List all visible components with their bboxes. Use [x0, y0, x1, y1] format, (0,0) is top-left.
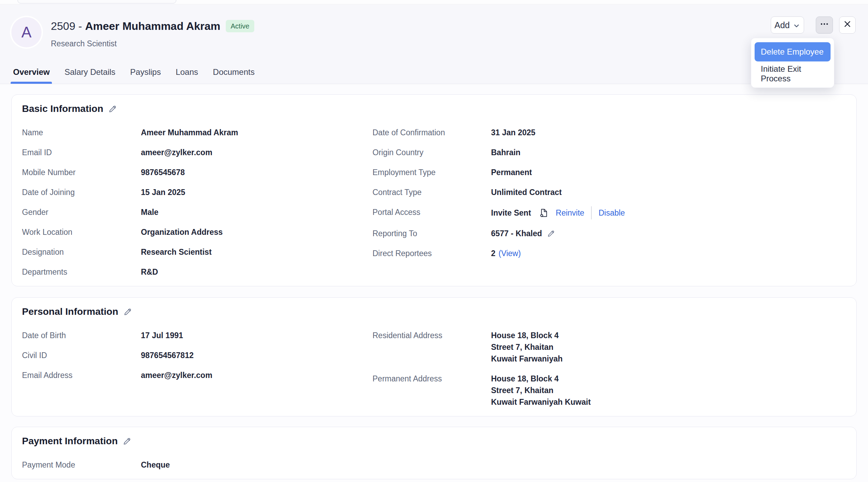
tab-bar: Overview Salary Details Payslips Loans D… — [0, 64, 868, 84]
avatar-letter: A — [21, 24, 31, 41]
portal-access-value: Invite Sent Reinvite Disable — [491, 206, 625, 219]
basic-information-title-row: Basic Information — [22, 103, 846, 115]
info-row-work-location: Work Location Organization Address — [22, 226, 372, 238]
overview-content: Basic Information Name Ameer Muhammad Ak… — [0, 84, 868, 482]
field-value: 987654567812 — [141, 349, 194, 361]
close-icon — [843, 20, 852, 31]
field-value: Cheque — [141, 459, 170, 471]
field-value: 9876545678 — [141, 167, 185, 178]
edit-basic-information-icon[interactable] — [108, 104, 117, 114]
info-row-date-of-confirmation: Date of Confirmation 31 Jan 2025 — [372, 127, 846, 138]
direct-reportees-value: 2(View) — [491, 248, 521, 260]
info-row-payment-mode: Payment Mode Cheque — [22, 459, 372, 471]
disable-link[interactable]: Disable — [599, 207, 625, 219]
tab-overview[interactable]: Overview — [13, 64, 50, 84]
info-row-portal-access: Portal Access Invite Sent Reinvite Disab… — [372, 206, 846, 219]
info-row-permanent-address: Permanent Address House 18, Block 4 Stre… — [372, 373, 846, 408]
info-row-name: Name Ameer Muhammad Akram — [22, 127, 372, 138]
info-row-direct-reportees: Direct Reportees 2(View) — [372, 248, 846, 260]
employee-title-row: 2509 - Ameer Muhammad Akram Active — [51, 19, 254, 33]
tab-loans[interactable]: Loans — [176, 64, 198, 84]
personal-information-title: Personal Information — [22, 306, 118, 318]
edit-payment-information-icon[interactable] — [122, 437, 132, 446]
edit-reporting-to-icon[interactable] — [547, 229, 555, 238]
field-label: Email ID — [22, 147, 141, 158]
menu-item-delete-employee[interactable]: Delete Employee — [755, 42, 831, 61]
add-button[interactable]: Add — [771, 16, 804, 34]
personal-information-title-row: Personal Information — [22, 306, 846, 318]
field-label: Payment Mode — [22, 459, 141, 471]
more-actions-menu: Delete Employee Initiate Exit Process — [751, 38, 834, 88]
info-row-date-of-birth: Date of Birth 17 Jul 1991 — [22, 330, 372, 341]
field-label: Residential Address — [372, 330, 491, 341]
payment-information-title: Payment Information — [22, 435, 118, 447]
personal-info-right-column: Residential Address House 18, Block 4 St… — [372, 330, 846, 408]
background-searchbox-remnant — [18, 0, 176, 3]
invite-sent-icon — [538, 208, 549, 218]
field-label: Civil ID — [22, 349, 141, 361]
field-value: Research Scientist — [141, 246, 212, 258]
close-button[interactable] — [839, 16, 856, 34]
avatar: A — [11, 17, 42, 47]
info-row-designation: Designation Research Scientist — [22, 246, 372, 258]
personal-information-body: Date of Birth 17 Jul 1991 Civil ID 98765… — [22, 330, 846, 408]
field-label: Portal Access — [372, 206, 491, 218]
field-label: Departments — [22, 266, 141, 278]
payment-information-title-row: Payment Information — [22, 435, 846, 447]
reinvite-link[interactable]: Reinvite — [556, 207, 584, 219]
payment-information-card: Payment Information Payment Mode Cheque — [11, 427, 857, 479]
basic-info-right-column: Date of Confirmation 31 Jan 2025 Origin … — [372, 127, 846, 278]
more-actions-button[interactable] — [816, 16, 833, 34]
field-value: ameer@zylker.com — [141, 147, 212, 158]
field-value: House 18, Block 4 Street 7, Khaitan Kuwa… — [491, 373, 591, 408]
ellipsis-icon — [820, 19, 829, 31]
tab-documents[interactable]: Documents — [213, 64, 255, 84]
info-row-email-address: Email Address ameer@zylker.com — [22, 369, 372, 381]
field-label: Gender — [22, 206, 141, 218]
field-label: Designation — [22, 246, 141, 258]
employee-id: 2509 - — [51, 20, 85, 32]
field-value: Organization Address — [141, 226, 223, 238]
info-row-mobile-number: Mobile Number 9876545678 — [22, 167, 372, 178]
edit-personal-information-icon[interactable] — [123, 307, 132, 317]
field-label: Employment Type — [372, 167, 491, 178]
underlying-page-strip — [0, 0, 868, 4]
info-row-reporting-to: Reporting To 6577 - Khaled — [372, 228, 846, 239]
tab-salary-details[interactable]: Salary Details — [65, 64, 115, 84]
field-value: Unlimited Contract — [491, 186, 562, 198]
field-value: 15 Jan 2025 — [141, 186, 185, 198]
link-divider — [591, 206, 592, 219]
payment-info-left-column: Payment Mode Cheque — [22, 459, 372, 471]
employee-name: Ameer Muhammad Akram — [85, 20, 221, 32]
field-value: House 18, Block 4 Street 7, Khaitan Kuwa… — [491, 330, 563, 365]
chevron-down-icon — [793, 22, 800, 30]
info-row-departments: Departments R&D — [22, 266, 372, 278]
add-button-label: Add — [775, 20, 790, 30]
field-value: 31 Jan 2025 — [491, 127, 535, 138]
status-badge: Active — [226, 20, 254, 32]
basic-information-body: Name Ameer Muhammad Akram Email ID ameer… — [22, 127, 846, 278]
field-value: 6577 - Khaled — [491, 228, 542, 239]
tab-payslips[interactable]: Payslips — [130, 64, 161, 84]
portal-access-status: Invite Sent — [491, 207, 531, 219]
field-label: Contract Type — [372, 186, 491, 198]
info-row-origin-country: Origin Country Bahrain — [372, 147, 846, 158]
info-row-email-id: Email ID ameer@zylker.com — [22, 147, 372, 158]
basic-information-title: Basic Information — [22, 103, 103, 115]
field-label: Origin Country — [372, 147, 491, 158]
tabs: Overview Salary Details Payslips Loans D… — [13, 64, 868, 84]
field-label: Work Location — [22, 226, 141, 238]
view-reportees-link[interactable]: (View) — [499, 249, 521, 258]
menu-item-initiate-exit-process[interactable]: Initiate Exit Process — [755, 64, 831, 83]
field-label: Permanent Address — [372, 373, 491, 385]
basic-information-card: Basic Information Name Ameer Muhammad Ak… — [11, 94, 857, 286]
reportee-count: 2 — [491, 249, 496, 258]
info-row-civil-id: Civil ID 987654567812 — [22, 349, 372, 361]
field-value: Bahrain — [491, 147, 521, 158]
page-title: 2509 - Ameer Muhammad Akram — [51, 19, 220, 33]
field-value: Male — [141, 206, 158, 218]
field-label: Date of Confirmation — [372, 127, 491, 138]
info-row-residential-address: Residential Address House 18, Block 4 St… — [372, 330, 846, 365]
info-row-gender: Gender Male — [22, 206, 372, 218]
payment-information-body: Payment Mode Cheque — [22, 459, 846, 471]
